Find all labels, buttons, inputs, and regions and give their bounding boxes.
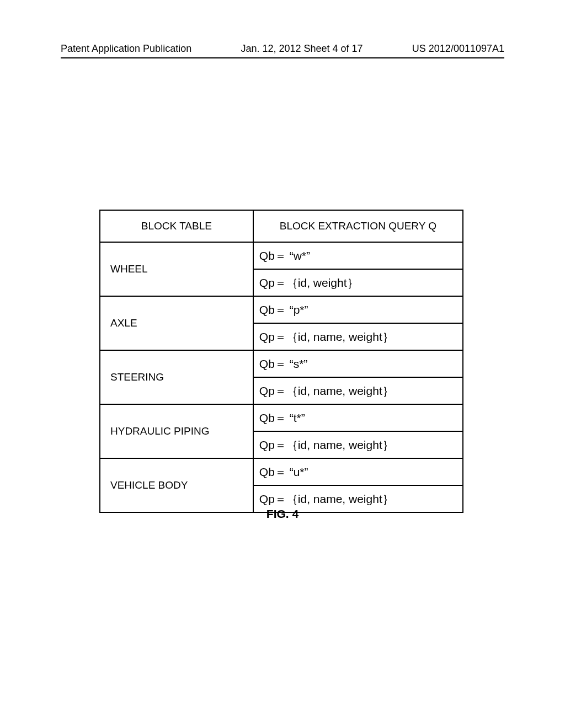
qb-row: Qb＝ “s*” — [254, 351, 462, 377]
page: Patent Application Publication Jan. 12, … — [0, 0, 565, 728]
table-header-row: BLOCK TABLE BLOCK EXTRACTION QUERY Q — [100, 210, 463, 242]
qp-row: Qp＝｛id, name, weight｝ — [254, 431, 462, 458]
query-cell: Qb＝ “p*” Qp＝｛id, name, weight｝ — [253, 296, 463, 350]
qp-row: Qp＝｛id, name, weight｝ — [254, 377, 462, 404]
block-name-cell: WHEEL — [100, 242, 253, 296]
header-mid: Jan. 12, 2012 Sheet 4 of 17 — [241, 43, 363, 55]
block-name-cell: VEHICLE BODY — [100, 458, 253, 512]
table-row: AXLE Qb＝ “p*” Qp＝｛id, name, weight｝ — [100, 296, 463, 350]
header-rule — [61, 57, 504, 58]
header-right: US 2012/0011097A1 — [412, 43, 504, 55]
table-row: HYDRAULIC PIPING Qb＝ “t*” Qp＝｛id, name, … — [100, 404, 463, 458]
qp-row: Qp＝｛id, weight｝ — [254, 269, 462, 296]
qb-row: Qb＝ “u*” — [254, 459, 462, 485]
col-header-block: BLOCK TABLE — [100, 210, 253, 242]
table-row: WHEEL Qb＝ “w*” Qp＝｛id, weight｝ — [100, 242, 463, 296]
block-name-cell: STEERING — [100, 350, 253, 404]
qp-row: Qp＝｛id, name, weight｝ — [254, 323, 462, 350]
table-row: VEHICLE BODY Qb＝ “u*” Qp＝｛id, name, weig… — [100, 458, 463, 512]
query-cell: Qb＝ “w*” Qp＝｛id, weight｝ — [253, 242, 463, 296]
header-left: Patent Application Publication — [61, 43, 191, 55]
col-header-query: BLOCK EXTRACTION QUERY Q — [253, 210, 463, 242]
block-extraction-table: BLOCK TABLE BLOCK EXTRACTION QUERY Q WHE… — [99, 210, 463, 513]
block-name-cell: HYDRAULIC PIPING — [100, 404, 253, 458]
block-name-cell: AXLE — [100, 296, 253, 350]
table-row: STEERING Qb＝ “s*” Qp＝｛id, name, weight｝ — [100, 350, 463, 404]
qb-row: Qb＝ “p*” — [254, 297, 462, 323]
qb-row: Qb＝ “w*” — [254, 243, 462, 269]
qb-row: Qb＝ “t*” — [254, 405, 462, 431]
query-cell: Qb＝ “t*” Qp＝｛id, name, weight｝ — [253, 404, 463, 458]
query-cell: Qb＝ “s*” Qp＝｛id, name, weight｝ — [253, 350, 463, 404]
query-cell: Qb＝ “u*” Qp＝｛id, name, weight｝ — [253, 458, 463, 512]
figure-caption: FIG. 4 — [0, 507, 565, 521]
block-table: BLOCK TABLE BLOCK EXTRACTION QUERY Q WHE… — [99, 210, 463, 513]
page-header: Patent Application Publication Jan. 12, … — [61, 43, 504, 55]
